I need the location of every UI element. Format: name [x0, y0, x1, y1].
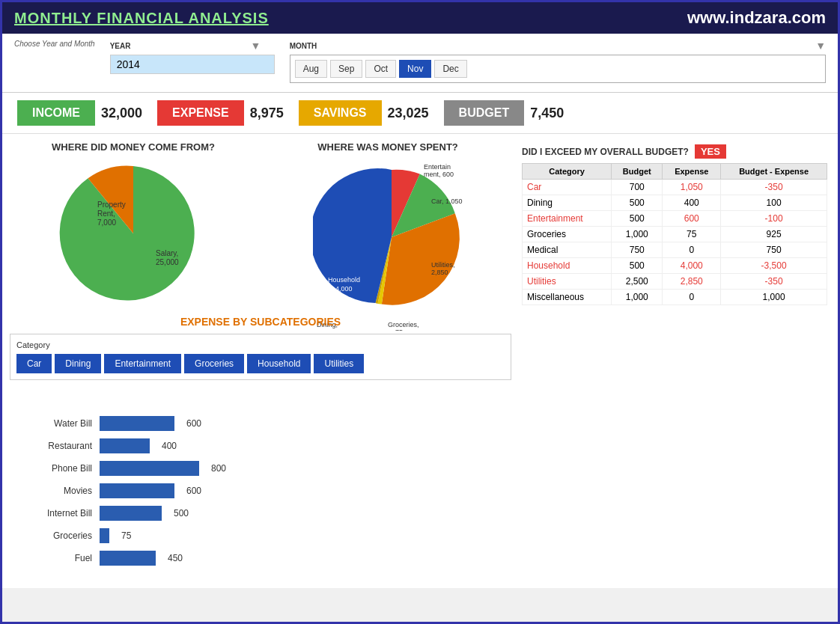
income-label: INCOME [17, 100, 95, 126]
right-panel: DID I EXCEED MY OVERALL BUDGET? YES Cate… [511, 141, 830, 401]
month-buttons-container: Aug Sep Oct Nov Dec [290, 55, 826, 83]
expense-pie-chart: Entertain ment, 600 Car, 1,050 Utilities… [313, 159, 463, 308]
expense-summary: EXPENSE 8,975 [157, 100, 284, 126]
budget-row-category: Miscellaneous [523, 290, 612, 305]
budget-row-category: Household [523, 258, 612, 274]
svg-text:Car, 1,050: Car, 1,050 [431, 198, 463, 205]
month-buttons: Aug Sep Oct Nov Dec [295, 60, 821, 78]
budget-row-diff: 100 [721, 195, 827, 211]
bar-fill [100, 461, 199, 476]
income-chart-section: WHERE DID MONEY COME FROM? Salary, 25,00… [10, 141, 257, 308]
bar-label: Movies [17, 486, 92, 496]
bar-value: 450 [168, 553, 183, 563]
budget-row-expense: 75 [663, 227, 721, 242]
budget-row-budget: 1,000 [612, 290, 663, 305]
svg-text:Groceries,: Groceries, [388, 321, 419, 328]
budget-value: 7,450 [530, 105, 564, 121]
cat-btn-entertainment[interactable]: Entertainment [104, 354, 181, 373]
cat-btn-utilities[interactable]: Utilities [314, 354, 364, 373]
budget-row-budget: 500 [612, 258, 663, 274]
budget-row-expense: 0 [663, 290, 721, 305]
bar-value: 400 [162, 441, 177, 451]
col-category: Category [523, 164, 612, 180]
budget-row-budget: 2,500 [612, 274, 663, 290]
month-filter-icon[interactable]: ▼ [815, 40, 826, 52]
main-content: WHERE DID MONEY COME FROM? Salary, 25,00… [2, 134, 838, 409]
year-helper-label: Choose Year and Month [14, 40, 95, 48]
budget-summary: BUDGET 7,450 [444, 100, 564, 126]
category-field-label: Category [16, 340, 505, 349]
year-filter-icon[interactable]: ▼ [250, 40, 261, 52]
page-title: MONTHLY FINANCIAL ANALYSIS [14, 10, 269, 27]
month-aug[interactable]: Aug [295, 60, 327, 78]
budget-question: DID I EXCEED MY OVERALL BUDGET? [522, 147, 689, 157]
col-diff: Budget - Expense [721, 164, 827, 180]
budget-table: Category Budget Expense Budget - Expense… [522, 163, 827, 305]
svg-text:Utilities,: Utilities, [431, 261, 455, 269]
budget-row-diff: -100 [721, 211, 827, 227]
bar-value: 600 [186, 418, 201, 429]
budget-row-expense: 600 [663, 211, 721, 227]
bar-label: Fuel [17, 553, 92, 563]
month-field-label: MONTH [290, 42, 317, 50]
savings-label: SAVINGS [299, 100, 382, 126]
cat-btn-dining[interactable]: Dining [55, 354, 101, 373]
svg-text:25,000: 25,000 [156, 258, 179, 266]
cat-btn-household[interactable]: Household [247, 354, 311, 373]
bar-chart-bottom: Water Bill600Restaurant400Phone Bill800M… [2, 409, 838, 588]
month-sep[interactable]: Sep [330, 60, 362, 78]
budget-row-category: Medical [523, 242, 612, 258]
bar-value: 600 [186, 486, 201, 496]
expense-chart-title: WHERE WAS MONEY SPENT? [264, 141, 511, 153]
budget-row-diff: 1,000 [721, 290, 827, 305]
col-budget: Budget [612, 164, 663, 180]
budget-row-diff: -350 [721, 274, 827, 290]
budget-answer: YES [695, 144, 726, 159]
bar-fill [100, 506, 162, 521]
year-input[interactable]: 2014 [110, 55, 275, 74]
bar-row: Phone Bill800 [17, 461, 823, 476]
svg-text:75: 75 [395, 328, 403, 331]
budget-row-category: Dining [523, 195, 612, 211]
cat-btn-groceries[interactable]: Groceries [184, 354, 244, 373]
bar-label: Internet Bill [17, 508, 92, 519]
bar-fill [100, 551, 156, 566]
header: MONTHLY FINANCIAL ANALYSIS www.indzara.c… [2, 2, 838, 34]
budget-label: BUDGET [444, 100, 525, 126]
income-summary: INCOME 32,000 [17, 100, 142, 126]
year-control: Choose Year and Month [14, 40, 95, 48]
svg-text:Household: Household [328, 276, 360, 284]
budget-row-expense: 400 [663, 195, 721, 211]
cat-btn-car[interactable]: Car [16, 354, 52, 373]
income-chart-title: WHERE DID MONEY COME FROM? [10, 141, 257, 153]
bar-value: 75 [121, 530, 131, 541]
budget-row-expense: 1,050 [663, 180, 721, 195]
budget-row-budget: 500 [612, 211, 663, 227]
budget-row-category: Entertainment [523, 211, 612, 227]
month-dec[interactable]: Dec [434, 60, 466, 78]
income-value: 32,000 [101, 105, 142, 121]
savings-summary: SAVINGS 23,025 [299, 100, 429, 126]
budget-row-expense: 0 [663, 242, 721, 258]
svg-text:2,850: 2,850 [431, 269, 448, 276]
budget-row-expense: 4,000 [663, 258, 721, 274]
bar-label: Phone Bill [17, 463, 92, 474]
year-section: YEAR ▼ 2014 [110, 40, 275, 74]
bar-label: Restaurant [17, 441, 92, 451]
category-box: Category Car Dining Entertainment Grocer… [10, 334, 511, 380]
month-oct[interactable]: Oct [365, 60, 396, 78]
left-panel: WHERE DID MONEY COME FROM? Salary, 25,00… [10, 141, 511, 401]
bar-row: Groceries75 [17, 528, 823, 543]
bar-fill [100, 483, 174, 498]
budget-row-diff: -3,500 [721, 258, 827, 274]
bar-row: Movies600 [17, 483, 823, 498]
svg-text:Salary,: Salary, [156, 249, 178, 257]
bar-fill [100, 528, 109, 543]
bar-fill [100, 438, 150, 453]
month-section: MONTH ▼ Aug Sep Oct Nov Dec [290, 40, 826, 86]
budget-header-row: DID I EXCEED MY OVERALL BUDGET? YES [522, 144, 827, 159]
expense-chart-section: WHERE WAS MONEY SPENT? [264, 141, 511, 308]
budget-row-budget: 750 [612, 242, 663, 258]
month-nov[interactable]: Nov [399, 60, 431, 78]
bar-chart-container: Water Bill600Restaurant400Phone Bill800M… [17, 416, 823, 566]
